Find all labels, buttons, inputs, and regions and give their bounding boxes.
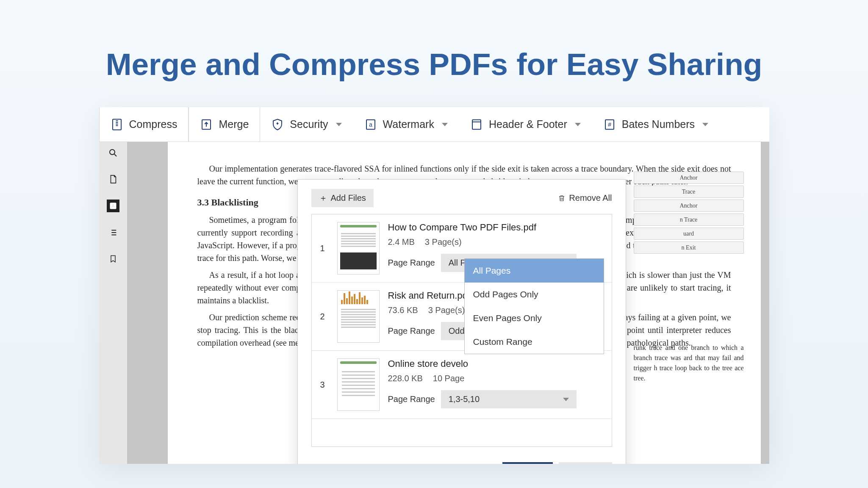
sidebar-bookmark[interactable]	[107, 253, 119, 265]
file-thumbnail	[337, 222, 380, 274]
cancel-button[interactable]: Cancel	[559, 462, 612, 464]
toolbar-merge[interactable]: Merge	[189, 107, 260, 141]
toolbar-bates[interactable]: # Bates Numbers	[592, 107, 720, 141]
watermark-icon: a	[364, 118, 377, 131]
file-thumbnail	[337, 290, 380, 343]
toolbar-compress[interactable]: Compress	[99, 107, 189, 141]
compress-icon	[111, 118, 123, 131]
chevron-down-icon	[575, 123, 581, 126]
svg-text:#: #	[608, 122, 611, 128]
sidebar-search[interactable]	[107, 147, 119, 159]
sidebar-annotate[interactable]	[107, 200, 119, 212]
dropdown-option-even[interactable]: Even Pages Only	[465, 306, 604, 330]
dialog-footer: Merge Cancel	[298, 455, 626, 464]
svg-rect-4	[472, 119, 481, 129]
file-row: 3 Online store develo	[312, 351, 612, 419]
page-range-select[interactable]: 1,3-5,10	[441, 390, 577, 408]
svg-point-7	[110, 150, 115, 155]
doc-right-column: Anchor Trace Anchor n Trace uard n Exit …	[634, 172, 744, 464]
security-icon	[271, 118, 284, 131]
file-thumbnail	[337, 358, 380, 411]
sidebar	[99, 142, 127, 464]
svg-text:a: a	[369, 122, 372, 128]
toolbar-security[interactable]: Security	[260, 107, 353, 141]
trash-icon	[558, 194, 566, 202]
dropdown-option-odd[interactable]: Odd Pages Only	[465, 283, 604, 306]
chevron-down-icon	[442, 123, 448, 126]
add-files-button[interactable]: ＋ Add Files	[311, 189, 374, 207]
toolbar-header-footer[interactable]: Header & Footer	[459, 107, 592, 141]
dropdown-option-all[interactable]: All Pages	[465, 259, 604, 283]
file-pages: 3 Page(s)	[425, 237, 462, 247]
file-size: 2.4 MB	[388, 237, 415, 247]
plus-icon: ＋	[319, 192, 327, 204]
main-area: Our implementation generates trace-flavo…	[99, 142, 769, 464]
bookmark-icon	[109, 254, 117, 263]
merge-button[interactable]: Merge	[502, 462, 553, 464]
page-headline: Merge and Compress PDFs for Easy Sharing	[0, 0, 868, 107]
toolbar: Compress Merge Security a Watermark Head…	[99, 107, 769, 142]
file-size: 228.0 KB	[388, 374, 423, 383]
page-icon	[108, 175, 118, 184]
page-range-dropdown: All Pages Odd Pages Only Even Pages Only…	[464, 258, 604, 354]
sidebar-page[interactable]	[107, 173, 119, 185]
search-icon	[108, 148, 118, 158]
file-list: 1 How to Compare Two PDF Files.pdf 2.4 M…	[311, 214, 612, 447]
sidebar-outline[interactable]	[107, 227, 119, 238]
merge-icon	[200, 118, 213, 131]
document-viewport[interactable]: Our implementation generates trace-flavo…	[127, 142, 769, 464]
merge-dialog: ＋ Add Files Remove All 1	[297, 179, 626, 464]
app-window: Compress Merge Security a Watermark Head…	[99, 107, 769, 464]
outline-icon	[108, 228, 118, 237]
annotate-icon	[109, 202, 117, 210]
chevron-down-icon	[563, 398, 569, 401]
file-pages: 3 Page(s)	[428, 305, 465, 315]
chevron-down-icon	[336, 123, 342, 126]
chevron-down-icon	[702, 123, 708, 126]
file-size: 73.6 KB	[388, 305, 418, 315]
dialog-header: ＋ Add Files Remove All	[298, 180, 626, 214]
bates-icon: #	[603, 118, 616, 131]
file-pages: 10 Page	[433, 374, 465, 383]
file-name: Online store develo	[388, 358, 603, 369]
remove-all-button[interactable]: Remove All	[558, 193, 612, 203]
dropdown-option-custom[interactable]: Custom Range	[465, 330, 604, 354]
header-footer-icon	[470, 118, 483, 131]
toolbar-watermark[interactable]: a Watermark	[353, 107, 459, 141]
file-name: How to Compare Two PDF Files.pdf	[388, 222, 603, 233]
